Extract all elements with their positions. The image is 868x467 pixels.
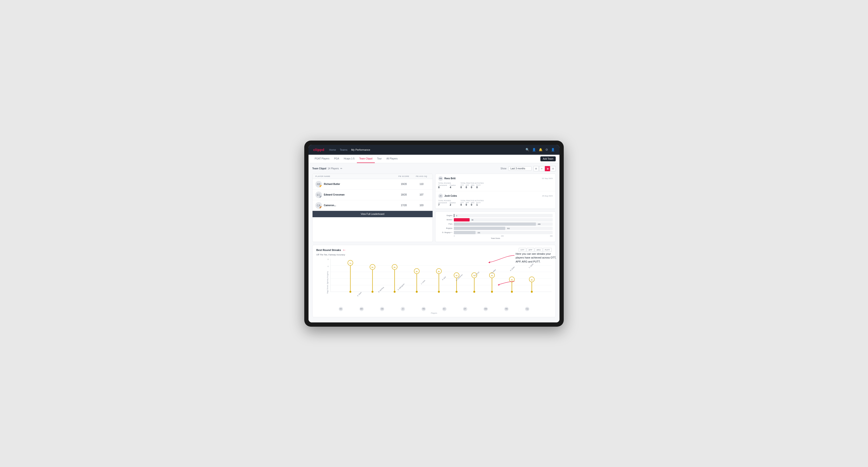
nav-my-performance[interactable]: My Performance <box>351 148 370 151</box>
streak-bar-crossman: 4x <box>454 273 459 293</box>
player-card-2: JC Josh Coles 26 Aug 2023 Total Rounds <box>435 191 555 209</box>
main-content: Team Clippd 14 Players ✏ Show Last 3 mon… <box>309 163 559 322</box>
card-stats-2: Total Rounds Tournament 7 Practice <box>438 200 553 206</box>
add-team-button[interactable]: Add Team <box>540 156 556 161</box>
streak-y-label: Best Streak, Fairway Accuracy <box>327 271 328 293</box>
bar-row-bogeys: Bogeys 311 <box>438 227 553 230</box>
settings-icon[interactable]: ⚙ <box>545 148 548 151</box>
streaks-title: Best Round Streaks ← <box>316 248 346 252</box>
ott-stat-2: OTT 0 <box>460 202 464 206</box>
streak-avatar-butler: RB <box>504 307 508 311</box>
svg-text:6: 6 <box>328 266 329 267</box>
subnav-team-clippd[interactable]: Team Clippd <box>357 155 375 163</box>
subnav-all-players[interactable]: All Players <box>384 155 400 163</box>
edit-icon[interactable]: ✏ <box>340 167 342 170</box>
rank-badge-1: 1 <box>319 185 322 187</box>
bar-row-dbogeys: D. Bogeys + 131 <box>438 231 553 234</box>
svg-text:B. McHerg: B. McHerg <box>378 286 384 293</box>
chart-view-btn[interactable]: ◨ <box>545 166 550 171</box>
arg-stat-2: ARG 0 <box>471 202 474 206</box>
player-card-header-2: JC Josh Coles 26 Aug 2023 <box>438 194 553 198</box>
player-cards-panel: RB Rees Britt 02 Sep 2023 Total Rounds <box>435 174 556 209</box>
bar-value-birdies: 96 <box>471 219 473 220</box>
svg-text:R. Britt: R. Britt <box>442 276 446 280</box>
streak-arg-btn[interactable]: ARG <box>535 248 542 252</box>
detail-view-btn[interactable]: ⊟ <box>551 166 556 171</box>
leaderboard-panel: PLAYER NAME PB SCORE PB AVG SQ RB 1 Rich… <box>312 174 433 242</box>
list-view-btn[interactable]: ≡ <box>539 166 545 171</box>
show-select[interactable]: Last 3 months Last 6 months Last 12 mont… <box>508 166 532 171</box>
svg-point-40 <box>491 291 493 293</box>
player-card-1: RB Rees Britt 02 Sep 2023 Total Rounds <box>435 174 555 191</box>
subnav-pga[interactable]: PGA <box>332 155 341 163</box>
grid-view-btn[interactable]: ⊞ <box>533 166 539 171</box>
streak-avatar-crossman: EC <box>442 307 446 311</box>
bar-fill-bogeys <box>454 227 505 230</box>
bar-container-eagles: 3 <box>454 214 553 217</box>
team-title: Team Clippd 14 Players ✏ <box>312 167 342 170</box>
streak-app-btn[interactable]: APP <box>527 248 534 252</box>
bar-fill-eagles <box>454 214 454 217</box>
total-rounds-label-1: Total Rounds <box>438 182 456 184</box>
avg-1: 110 <box>413 183 430 185</box>
avatar-3: CA 3 <box>315 202 322 209</box>
x-tick-200: 200 <box>501 235 504 237</box>
app-logo: clippd <box>313 148 324 152</box>
bar-label-dbogeys: D. Bogeys + <box>438 231 453 234</box>
view-leaderboard-button[interactable]: View Full Leaderboard <box>312 211 433 217</box>
players-x-label: Players <box>316 312 552 314</box>
practice-activities-section-2: Total Practice Activities OTT 0 APP <box>460 200 484 206</box>
leaderboard-header: PLAYER NAME PB SCORE PB AVG SQ <box>312 174 433 179</box>
bar-value-bogeys: 311 <box>507 227 510 229</box>
search-icon[interactable]: 🔍 <box>526 148 529 151</box>
svg-point-20 <box>394 291 396 293</box>
streak-chart-container: Best Streak, Fairway Accuracy 8 6 <box>316 259 552 306</box>
putt-stat-2: PUTT 1 <box>476 202 480 206</box>
bar-value-pars: 499 <box>538 223 540 225</box>
player-name-1: Richard Butler <box>324 183 340 185</box>
svg-text:5x: 5x <box>416 271 418 272</box>
subnav-hcaps[interactable]: Hcaps 1-5 <box>342 155 357 163</box>
team-header: Team Clippd 14 Players ✏ Show Last 3 mon… <box>312 166 556 171</box>
table-row: RB 1 Richard Butler 19/20 110 <box>312 179 433 190</box>
svg-point-36 <box>473 291 475 293</box>
view-icons: ⊞ ≡ ◨ ⊟ <box>533 166 556 171</box>
pb-score-col-header: PB SCORE <box>394 175 413 177</box>
streak-avatar-quick: CQ <box>525 307 529 311</box>
score-3: 17/20 <box>394 204 413 207</box>
streak-bar-ebert: 7x <box>348 260 353 293</box>
streak-avatar-miller: MM <box>484 307 488 311</box>
player-info-3: CA 3 Cameron... <box>315 202 394 209</box>
svg-text:R. Butler: R. Butler <box>510 266 515 271</box>
nav-teams[interactable]: Teams <box>340 148 347 151</box>
total-rounds-section-1: Total Rounds Tournament 8 Practice <box>438 182 456 189</box>
subnav-tour[interactable]: Tour <box>375 155 384 163</box>
streak-bar-miller: 4x <box>489 273 495 293</box>
svg-marker-62 <box>498 284 500 286</box>
svg-text:J. Coles: J. Coles <box>421 279 426 284</box>
bar-label-bogeys: Bogeys <box>438 227 453 229</box>
streak-ott-btn[interactable]: OTT <box>519 248 526 252</box>
streak-bar-quick: 3x <box>529 277 534 293</box>
svg-point-12 <box>349 291 351 293</box>
rank-badge-3: 3 <box>319 206 322 209</box>
svg-text:6x: 6x <box>394 267 396 268</box>
streaks-wrapper: Best Round Streaks ← OTT APP ARG PUTT Of… <box>312 245 556 317</box>
bell-icon[interactable]: 🔔 <box>539 148 542 151</box>
score-2: 18/20 <box>394 193 413 196</box>
streak-avatar-coles: JC <box>401 307 405 311</box>
card-avatar-2: JC <box>438 194 443 198</box>
annotation-text: Here you can see streaks your players ha… <box>516 252 558 264</box>
bar-row-pars: Pars 499 <box>438 222 553 226</box>
svg-marker-61 <box>489 261 490 263</box>
streak-putt-btn[interactable]: PUTT <box>543 248 552 252</box>
avatar-1: RB 1 <box>315 181 322 187</box>
streaks-header: Best Round Streaks ← OTT APP ARG PUTT <box>316 248 552 252</box>
nav-home[interactable]: Home <box>329 148 336 151</box>
avatar-icon[interactable]: 👤 <box>551 148 555 151</box>
pb-avg-col-header: PB AVG SQ <box>413 175 430 177</box>
x-tick-400: 400 <box>550 235 553 237</box>
user-icon[interactable]: 👤 <box>532 148 536 151</box>
subnav-pgat[interactable]: PGAT Players <box>312 155 332 163</box>
svg-point-28 <box>438 291 440 293</box>
